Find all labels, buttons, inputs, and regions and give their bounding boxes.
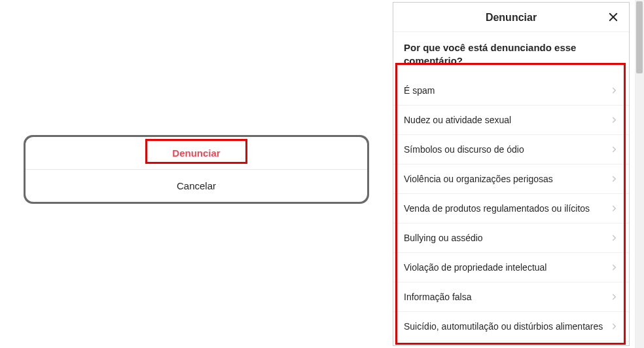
- cancel-button[interactable]: Cancelar: [26, 170, 367, 202]
- scrollbar-track[interactable]: [635, 0, 644, 348]
- report-option[interactable]: Símbolos ou discurso de ódio: [393, 135, 629, 164]
- report-option[interactable]: Bullying ou assédio: [393, 223, 629, 253]
- report-modal: Denunciar Por que você está denunciando …: [393, 2, 630, 346]
- close-icon: [607, 11, 619, 23]
- modal-prompt: Por que você está denunciando esse comen…: [393, 32, 629, 76]
- option-label: Violência ou organizações perigosas: [404, 174, 609, 184]
- modal-title: Denunciar: [486, 12, 537, 24]
- report-option[interactable]: Violência ou organizações perigosas: [393, 164, 629, 194]
- chevron-right-icon: [609, 263, 618, 272]
- chevron-right-icon: [609, 115, 618, 125]
- chevron-right-icon: [609, 145, 618, 154]
- chevron-right-icon: [609, 233, 618, 242]
- report-option[interactable]: Nudez ou atividade sexual: [393, 106, 629, 135]
- report-button[interactable]: Denunciar: [26, 137, 367, 170]
- scrollbar-thumb[interactable]: [636, 1, 643, 73]
- action-sheet: Denunciar Cancelar: [26, 137, 367, 202]
- option-label: Violação de propriedade intelectual: [404, 262, 609, 273]
- action-sheet-container: Denunciar Cancelar: [24, 135, 369, 204]
- modal-header: Denunciar: [393, 3, 629, 32]
- report-option[interactable]: Violação de propriedade intelectual: [393, 253, 629, 282]
- option-label: Informação falsa: [404, 292, 609, 302]
- report-option[interactable]: Suicídio, automutilação ou distúrbios al…: [393, 312, 629, 341]
- chevron-right-icon: [609, 86, 618, 95]
- report-option[interactable]: Drogas: [393, 341, 629, 349]
- close-button[interactable]: [605, 9, 621, 25]
- option-label: Suicídio, automutilação ou distúrbios al…: [404, 321, 609, 332]
- chevron-right-icon: [609, 204, 618, 213]
- report-option[interactable]: Informação falsa: [393, 282, 629, 312]
- right-panel: Denunciar Por que você está denunciando …: [386, 0, 644, 348]
- chevron-right-icon: [609, 322, 618, 331]
- option-label: Nudez ou atividade sexual: [404, 115, 609, 125]
- report-option[interactable]: Venda de produtos regulamentados ou ilíc…: [393, 194, 629, 223]
- option-label: Bullying ou assédio: [404, 233, 609, 243]
- report-option[interactable]: É spam: [393, 76, 629, 106]
- report-options-list: É spam Nudez ou atividade sexual Símbolo…: [393, 76, 629, 349]
- option-label: Símbolos ou discurso de ódio: [404, 144, 609, 155]
- left-panel: Denunciar Cancelar: [0, 0, 386, 348]
- option-label: Venda de produtos regulamentados ou ilíc…: [404, 203, 609, 214]
- chevron-right-icon: [609, 292, 618, 301]
- chevron-right-icon: [609, 174, 618, 184]
- option-label: É spam: [404, 85, 609, 96]
